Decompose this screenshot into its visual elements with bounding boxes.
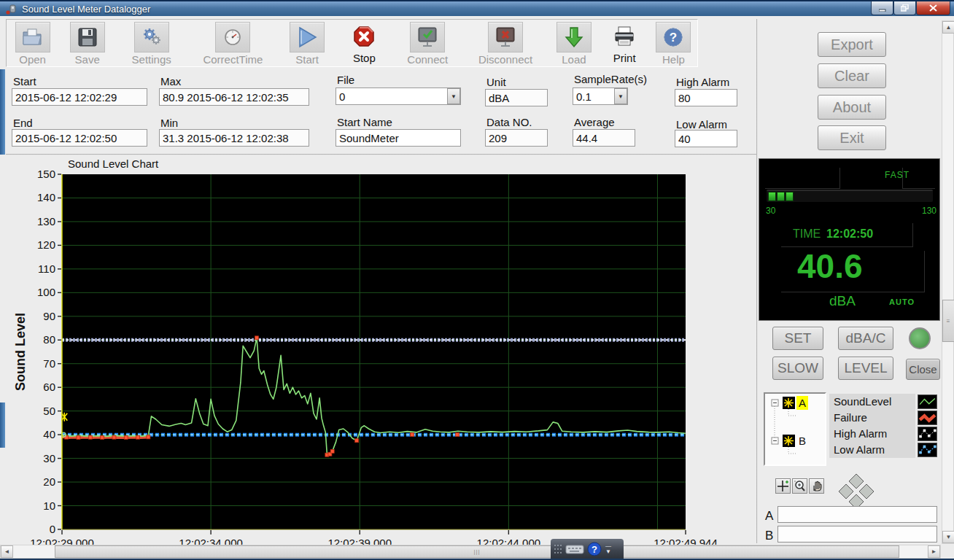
horizontal-scrollbar[interactable]: ◄ ||| ► [0, 545, 941, 559]
set-button[interactable]: SET [772, 327, 823, 350]
svg-text:100: 100 [37, 286, 55, 298]
svg-text:150: 150 [37, 168, 55, 180]
tree-graphic: A B [765, 394, 825, 464]
scroll-left-button[interactable]: ◄ [1, 545, 13, 558]
min-field-label: Min [160, 117, 178, 129]
legend-row-soundlevel[interactable]: SoundLevel [829, 394, 937, 410]
samplerate-field-label: SampleRate(s) [574, 73, 647, 85]
datano-field-label: Data NO. [486, 116, 532, 128]
langbar-help-icon[interactable]: ? [587, 542, 602, 556]
legend-label: Failure [829, 410, 915, 426]
close-button[interactable] [916, 1, 950, 15]
end-field[interactable] [12, 129, 147, 147]
disconnect-button[interactable]: Disconnect [462, 20, 549, 66]
axis-scroll-diamond[interactable] [836, 472, 877, 509]
help-button[interactable]: ? Help [650, 20, 697, 66]
meter-display: FAST 30 130 TIME 12:02:50 40.6 dBA AUTO [759, 158, 940, 321]
close-panel-button[interactable]: Close [906, 359, 940, 380]
app-icon [6, 4, 18, 15]
hand-icon [810, 480, 823, 492]
soundlevel-line-icon [918, 394, 937, 409]
file-select-arrow[interactable]: ▼ [447, 88, 460, 104]
load-label: Load [562, 53, 586, 66]
language-bar[interactable]: ? — ▼ [551, 539, 624, 559]
save-button[interactable]: Save [58, 20, 116, 66]
cursor-tool-button[interactable] [775, 478, 791, 494]
startname-field[interactable] [336, 129, 461, 147]
meter-scale-max: 130 [922, 206, 936, 216]
settings-button[interactable]: Settings [116, 20, 187, 66]
highalarm-line-icon [918, 427, 937, 441]
export-button[interactable]: Export [818, 32, 886, 57]
datano-field[interactable] [485, 129, 548, 147]
scroll-down-button[interactable]: ▼ [942, 531, 954, 543]
sound-level-chart[interactable]: 010203040506070809010011012013014015012:… [6, 155, 742, 545]
stop-button[interactable]: Stop [336, 20, 393, 66]
open-button[interactable]: Open [7, 20, 58, 66]
svg-text:70: 70 [43, 357, 55, 370]
meter-unit: dBA [829, 293, 856, 309]
svg-text:?: ? [670, 31, 677, 44]
dbac-button[interactable]: dBA/C [838, 327, 893, 350]
scroll-up-button[interactable]: ▲ [942, 21, 954, 34]
langbar-options-icon[interactable]: ▼ [605, 549, 611, 555]
exit-button[interactable]: Exit [818, 125, 886, 150]
correcttime-label: CorrectTime [203, 53, 263, 66]
restore-button[interactable] [893, 1, 916, 15]
correcttime-button[interactable]: CorrectTime [187, 20, 279, 66]
horizontal-scroll-thumb[interactable]: ||| [55, 545, 899, 558]
save-floppy-icon [78, 28, 97, 47]
minimize-button[interactable] [871, 1, 893, 15]
max-field[interactable] [159, 88, 309, 106]
zoom-tool-button[interactable] [792, 478, 807, 494]
min-field[interactable] [159, 129, 309, 147]
pan-tool-button[interactable] [809, 478, 824, 494]
monitor-check-icon [416, 26, 438, 48]
keyboard-icon[interactable] [565, 543, 584, 555]
magnifier-icon [794, 480, 806, 492]
main-toolbar: Open Save Settings CorrectTime Start Sto… [6, 19, 698, 67]
highalarm-field[interactable] [675, 89, 737, 106]
meter-range-mode: AUTO [889, 298, 915, 306]
meter-scale-min: 30 [766, 206, 775, 216]
vertical-scrollbar[interactable]: ▲ ≡ ▼ [942, 20, 954, 544]
samplerate-select-arrow[interactable]: ▼ [614, 88, 627, 104]
legend-row-failure[interactable]: Failure [829, 410, 937, 426]
vertical-scroll-thumb[interactable]: ≡ [942, 300, 954, 342]
scroll-right-button[interactable]: ► [928, 545, 940, 558]
unit-field-label: Unit [486, 76, 506, 88]
load-button[interactable]: Load [548, 20, 599, 66]
level-button[interactable]: LEVEL [838, 357, 893, 380]
about-button[interactable]: About [818, 95, 886, 120]
stop-label: Stop [353, 52, 376, 64]
legend-row-highalarm[interactable]: High Alarm [829, 426, 937, 442]
clear-button[interactable]: Clear [818, 63, 886, 88]
langbar-grip[interactable] [554, 543, 562, 555]
printer-icon [613, 26, 635, 47]
start-field[interactable] [12, 88, 147, 106]
legend-row-lowalarm[interactable]: Low Alarm [829, 442, 937, 458]
unit-field[interactable] [485, 89, 548, 106]
lowalarm-field[interactable] [675, 130, 737, 147]
cursor-a-field[interactable] [777, 506, 937, 523]
file-select[interactable] [336, 88, 461, 105]
meter-value: 40.6 [797, 246, 863, 286]
legend-label: SoundLevel [829, 394, 915, 410]
start-field-label: Start [13, 75, 36, 88]
start-button[interactable]: Start [279, 20, 336, 66]
open-label: Open [19, 53, 46, 66]
disconnect-label: Disconnect [478, 53, 532, 66]
cursor-b-field[interactable] [777, 526, 937, 542]
print-button[interactable]: Print [600, 20, 650, 66]
tree-node-b-label: B [799, 435, 806, 447]
window-title: Sound Level Meter Datalogger [22, 4, 150, 15]
average-field[interactable] [573, 129, 635, 147]
connect-button[interactable]: Connect [393, 20, 462, 66]
cursor-b-label: B [765, 529, 773, 543]
max-field-label: Max [160, 75, 181, 88]
svg-text:Sound Level Chart: Sound Level Chart [68, 158, 159, 170]
channel-tree: A B [764, 392, 826, 466]
lowalarm-line-icon [918, 443, 937, 457]
slow-button[interactable]: SLOW [772, 357, 823, 380]
svg-text:?: ? [592, 544, 597, 555]
